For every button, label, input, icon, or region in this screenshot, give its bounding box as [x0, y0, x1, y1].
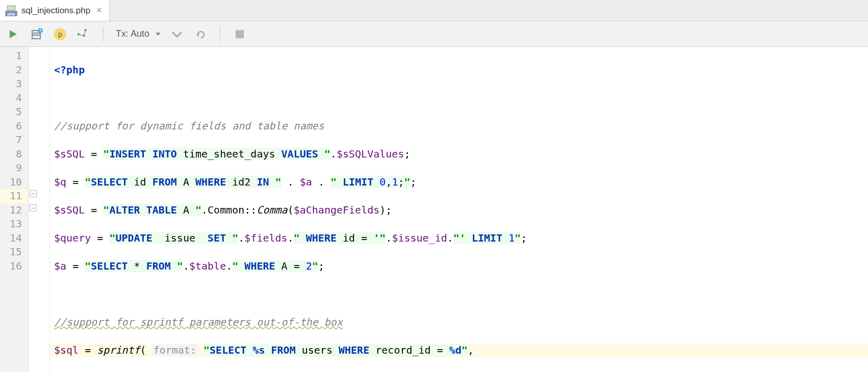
tab-bar: php sql_injections.php × [0, 0, 868, 21]
php-open-tag: <?php [54, 64, 85, 76]
run-button[interactable] [6, 27, 20, 41]
svg-text:php: php [8, 12, 15, 16]
fold-marker-open[interactable]: – [30, 190, 37, 197]
p-badge-button[interactable]: p [53, 27, 67, 41]
toolbar-separator-2 [220, 26, 220, 42]
line-number: 11 [0, 189, 28, 203]
dropdown-icon [156, 33, 161, 36]
tab-bar-empty [110, 0, 868, 21]
svg-text:p: p [58, 30, 62, 38]
settings-button[interactable] [76, 27, 91, 41]
fold-marker-close[interactable]: – [30, 204, 37, 211]
line-number: 5 [0, 105, 28, 119]
svg-marker-4 [10, 30, 17, 38]
editor-tab[interactable]: php sql_injections.php × [0, 0, 110, 21]
rollback-button[interactable] [193, 27, 208, 41]
line-number: 6 [0, 119, 28, 134]
inlay-hint: format: [152, 344, 197, 356]
line-number: 13 [0, 217, 28, 231]
line-number: 7 [0, 133, 28, 147]
comment: //support for sprintf parameters out-of-… [54, 316, 343, 328]
close-tab-icon[interactable]: × [96, 5, 102, 16]
line-number: 16 [0, 259, 28, 274]
svg-rect-12 [236, 30, 244, 38]
line-number: 12 [0, 203, 28, 218]
line-number: 1 [0, 49, 28, 63]
editor: 1 2 3 4 5 6 7 8 9 10 11 12 13 14 15 16 –… [0, 47, 868, 372]
code-area[interactable]: <?php //support for dynamic fields and t… [50, 47, 868, 372]
toolbar-separator [103, 26, 104, 42]
php-file-icon: php [5, 5, 17, 16]
tx-label: Tx: Auto [116, 29, 149, 39]
commit-button[interactable] [170, 27, 184, 41]
line-number: 10 [0, 175, 28, 190]
line-number: 14 [0, 231, 28, 246]
toolbar: p Tx: Auto [0, 21, 868, 47]
fold-strip: – – [29, 47, 50, 372]
stop-button[interactable] [233, 27, 247, 41]
history-button[interactable] [30, 27, 44, 41]
line-number: 2 [0, 63, 28, 77]
line-number: 3 [0, 77, 28, 91]
line-gutter: 1 2 3 4 5 6 7 8 9 10 11 12 13 14 15 16 [0, 47, 29, 372]
tab-filename: sql_injections.php [21, 6, 90, 16]
comment: //support for dynamic fields and table n… [54, 120, 324, 132]
line-number: 15 [0, 245, 28, 259]
tx-mode-dropdown[interactable]: Tx: Auto [116, 29, 161, 39]
line-number: 9 [0, 161, 28, 175]
line-number: 4 [0, 91, 28, 105]
line-number: 8 [0, 147, 28, 162]
